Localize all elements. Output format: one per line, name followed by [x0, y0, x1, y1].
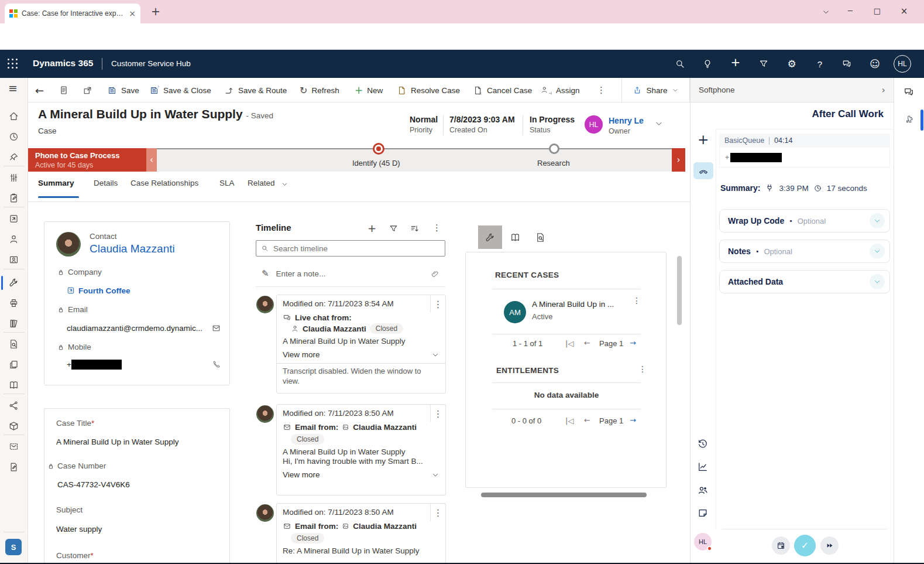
- form-selector-icon[interactable]: [59, 85, 69, 95]
- entitlements-more-icon[interactable]: ⋮: [638, 364, 647, 374]
- page-prev-icon[interactable]: ←: [584, 416, 590, 425]
- timeline-entry-livechat[interactable]: Modified on: 7/11/2023 8:54 AM ⋮ Live ch…: [276, 295, 446, 394]
- brand-title[interactable]: Dynamics 365: [33, 58, 93, 69]
- tool-tab-related-cases[interactable]: [478, 225, 502, 249]
- tab-sla[interactable]: SLA: [219, 179, 235, 187]
- feedback-smiley-icon[interactable]: ☺: [870, 59, 880, 69]
- timeline-filter-icon[interactable]: [389, 224, 399, 234]
- tab-summary[interactable]: Summary: [38, 179, 74, 187]
- entry-more-icon[interactable]: ⋮: [430, 295, 445, 313]
- case-item-more-icon[interactable]: ⋮: [633, 296, 641, 305]
- cancel-case-button[interactable]: Cancel Case: [473, 78, 532, 102]
- sidebar-item-recent-icon[interactable]: [8, 131, 19, 142]
- lightbulb-icon[interactable]: [702, 59, 713, 69]
- sidebar-item-drafts-icon[interactable]: [8, 462, 19, 473]
- sidebar-item-article-search-icon[interactable]: [8, 339, 19, 350]
- sidebar-item-pinned-icon[interactable]: [8, 152, 19, 163]
- window-minimize-button[interactable]: ─: [841, 5, 859, 18]
- company-link[interactable]: Fourth Coffee: [78, 286, 130, 295]
- entry-subject[interactable]: A Mineral Build Up in Water Supply: [277, 334, 445, 346]
- rail-scrollbar[interactable]: [920, 110, 923, 131]
- tool-tab-knowledge[interactable]: [503, 225, 527, 249]
- case-item-title[interactable]: A Mineral Build Up in ...: [532, 300, 614, 309]
- stage-research-label[interactable]: Research: [537, 159, 570, 168]
- tab-close-icon[interactable]: ×: [129, 9, 136, 18]
- attached-data-accordion[interactable]: Attached Data: [719, 270, 890, 293]
- sidebar-item-knowledge-icon[interactable]: [8, 318, 19, 329]
- stage-identify-label[interactable]: Identify (45 D): [352, 159, 400, 168]
- window-maximize-button[interactable]: □: [868, 5, 886, 18]
- session-history-icon[interactable]: [697, 438, 709, 450]
- sidebar-item-connections-icon[interactable]: [8, 400, 19, 411]
- skip-acw-button[interactable]: [820, 536, 839, 555]
- refresh-button[interactable]: ↻ Refresh: [300, 78, 339, 102]
- help-icon[interactable]: ?: [815, 59, 825, 70]
- app-name[interactable]: Customer Service Hub: [111, 59, 191, 68]
- command-overflow-icon[interactable]: ⋮: [597, 78, 606, 102]
- timeline-add-icon[interactable]: +: [367, 222, 376, 234]
- contact-name-link[interactable]: Claudia Mazzanti: [90, 242, 175, 255]
- timeline-more-icon[interactable]: ⋮: [432, 223, 441, 233]
- go-back-icon[interactable]: ←: [35, 78, 44, 102]
- notes-card-icon[interactable]: [697, 507, 709, 519]
- sidebar-item-activities-icon[interactable]: [8, 193, 19, 204]
- process-scroll-left-icon[interactable]: ‹: [146, 148, 157, 172]
- schedule-followup-button[interactable]: [772, 536, 790, 555]
- page-first-icon[interactable]: |◁: [565, 416, 573, 425]
- sitemap-menu-icon[interactable]: ≡: [8, 81, 18, 94]
- sidebar-item-mailboxes-icon[interactable]: [8, 441, 19, 452]
- call-phone-icon[interactable]: [212, 360, 221, 369]
- save-button[interactable]: Save: [107, 78, 139, 102]
- new-tab-button[interactable]: +: [151, 5, 160, 18]
- page-next-icon[interactable]: →: [630, 416, 636, 425]
- assign-button[interactable]: Assign: [542, 78, 580, 102]
- tab-case-relationships[interactable]: Case Relationships: [130, 179, 198, 187]
- sidebar-item-products-icon[interactable]: [8, 421, 19, 432]
- quick-create-plus-icon[interactable]: +: [730, 57, 741, 67]
- stage-research-marker[interactable]: [549, 143, 559, 154]
- owner-link[interactable]: Henry Le: [609, 116, 644, 125]
- analytics-chart-icon[interactable]: [697, 461, 709, 473]
- expand-chevron[interactable]: [870, 274, 885, 289]
- expand-chevron[interactable]: [870, 213, 885, 228]
- entry-sender[interactable]: Claudia Mazzanti: [303, 324, 366, 333]
- browser-tab[interactable]: Case: Case for Interactive experie ×: [5, 4, 140, 23]
- wrap-up-code-accordion[interactable]: Wrap Up Code • Optional: [719, 209, 890, 233]
- notes-accordion[interactable]: Notes • Optional: [719, 240, 890, 263]
- send-email-icon[interactable]: [211, 323, 221, 333]
- entry-more-icon[interactable]: ⋮: [430, 405, 445, 422]
- agent-presence-avatar[interactable]: HL: [694, 533, 712, 551]
- email-value[interactable]: claudiamazzanti@crmdemo.dynamic...: [67, 324, 210, 333]
- conversation-icon[interactable]: [903, 86, 915, 98]
- entry-subject[interactable]: Re: A Mineral Build Up in Water Supply: [277, 544, 445, 555]
- view-more-row[interactable]: View more: [277, 346, 445, 363]
- widgets-horizontal-scrollbar[interactable]: [481, 493, 647, 497]
- entry-sender[interactable]: Claudia Mazzanti: [353, 522, 417, 531]
- form-vertical-scrollbar[interactable]: [677, 256, 682, 325]
- sidebar-item-social-profiles-icon[interactable]: [8, 254, 19, 265]
- new-session-plus-icon[interactable]: +: [698, 132, 709, 147]
- filter-icon[interactable]: [758, 59, 769, 69]
- tab-related[interactable]: Related: [248, 179, 275, 187]
- page-next-icon[interactable]: →: [630, 339, 636, 347]
- header-chevron-down-icon[interactable]: [654, 119, 664, 128]
- sidebar-item-cases-icon[interactable]: [8, 277, 19, 288]
- attach-paperclip-icon[interactable]: [431, 269, 439, 278]
- sidebar-item-knowledge-book-icon[interactable]: [8, 380, 19, 391]
- window-close-button[interactable]: ×: [895, 5, 913, 18]
- timeline-entry-email[interactable]: Modified on: 7/11/2023 8:50 AM ⋮ Email f…: [276, 404, 446, 495]
- entry-sender[interactable]: Claudia Mazzanti: [353, 423, 417, 432]
- user-avatar[interactable]: HL: [894, 55, 911, 73]
- page-first-icon[interactable]: |◁: [565, 339, 573, 348]
- sidebar-item-contacts-icon[interactable]: [8, 234, 19, 245]
- waffle-icon[interactable]: [8, 59, 18, 69]
- view-more-row[interactable]: View more: [277, 466, 445, 483]
- entry-subject[interactable]: A Mineral Build Up in Water Supply: [277, 445, 445, 456]
- page-prev-icon[interactable]: ←: [584, 339, 590, 347]
- stage-identify-marker[interactable]: [373, 143, 384, 155]
- subject-value[interactable]: Water supply: [56, 525, 102, 534]
- search-icon[interactable]: [675, 59, 685, 69]
- timeline-search-box[interactable]: [256, 240, 445, 257]
- timeline-search-input[interactable]: [273, 244, 440, 253]
- active-call-session-tab[interactable]: [693, 162, 713, 179]
